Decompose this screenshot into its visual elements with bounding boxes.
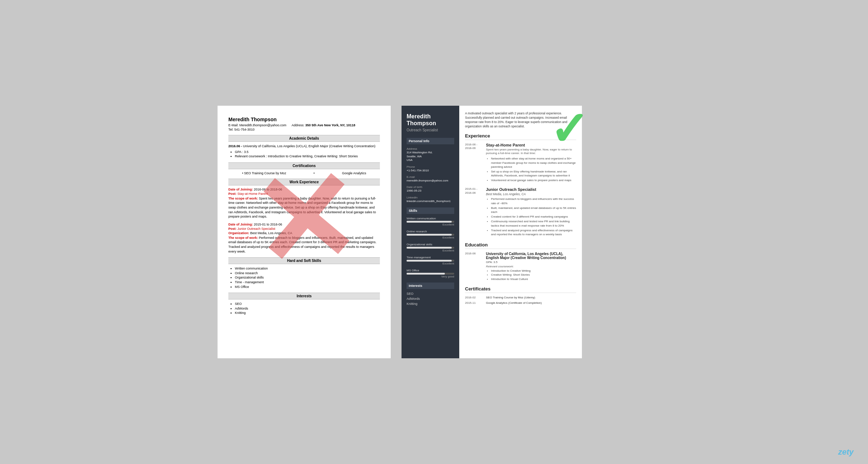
skills-header: Hard and Soft Skills: [228, 257, 380, 264]
skill-1: Written communication: [235, 266, 380, 271]
interest-3: Knitting: [235, 311, 380, 315]
edu-gpa: GPA : 3.5: [235, 150, 380, 154]
academic-header: Academic Details: [228, 135, 380, 142]
interest-2: AdWords: [235, 306, 380, 311]
resume-bad: ✕ Meredith Thompson E-Mail: Meredith.tho…: [218, 106, 391, 358]
exp1-dates: 2016-06 - 2018-06: [465, 143, 483, 183]
cert-bullet: •: [314, 171, 315, 175]
address-label: Address:: [291, 123, 304, 127]
interests-title: Interests: [407, 283, 454, 289]
course-3: Introduction to Visual Culture: [491, 277, 576, 281]
exp1-bullet-2: Set up a shop on Etsy offering handmade …: [491, 170, 576, 178]
dob-value: 1990-05-23: [407, 189, 454, 193]
exp1-desc: Spent two years parenting a baby daughte…: [486, 148, 576, 156]
dob-label: Date of birth: [407, 185, 454, 189]
interest-1: SEO: [235, 302, 380, 306]
sidebar-title: Outreach Specialist: [407, 128, 454, 132]
cert1-name: SEO Training Course by Moz (Udemy): [486, 296, 535, 299]
skill-3: Organizational skills: [235, 275, 380, 280]
tel-label: Tel:: [228, 128, 233, 131]
education-section: Education 2016-06 University of Californ…: [465, 242, 576, 281]
certificates-section: Certificates 2016-02 SEO Training Course…: [465, 286, 576, 305]
exp1-body: Stay-at-Home Parent Spent two years pare…: [486, 143, 576, 183]
main-container: ✕ Meredith Thompson E-Mail: Meredith.tho…: [218, 106, 650, 358]
work2-date: Date of Joining: 2015-01 to 2016-06: [228, 223, 380, 226]
edu1-coursework-label: Relevant coursework:: [486, 265, 576, 268]
skills-title: Skills: [407, 207, 454, 214]
edu1-title: University of California, Los Angeles (U…: [486, 252, 576, 260]
address-label: Address: [407, 147, 454, 150]
exp2-bullet-4: Continuously researched and tested new P…: [491, 219, 576, 227]
personal-info-title: Personal Info: [407, 138, 454, 144]
edu1-body: University of California, Los Angeles (U…: [486, 252, 576, 281]
email-value: Meredith.thompson@yahoo.com: [240, 123, 286, 127]
education-title: Education: [465, 242, 576, 249]
work-header: Work Experience: [228, 179, 380, 185]
exp-entry-1: 2016-06 - 2018-06 Stay-at-Home Parent Sp…: [465, 143, 576, 183]
skill-row-1: Written communication Excellent: [407, 217, 454, 226]
left-name: Meredith Thompson: [228, 117, 380, 122]
exp1-bullet-1: Networked with other stay-at-home moms a…: [491, 157, 576, 169]
work-entry-2: Date of Joining: 2015-01 to 2016-06 Post…: [228, 223, 380, 254]
resume-good: ✓ Meredith Thompson Outreach Specialist …: [402, 106, 582, 358]
interests-header: Interests: [228, 293, 380, 299]
sidebar: Meredith Thompson Outreach Specialist Pe…: [402, 106, 459, 358]
email-label: E-Mail:: [228, 123, 238, 127]
skill-row-4: Time-management Excellent: [407, 256, 454, 265]
linkedin-label: LinkedIn: [407, 196, 454, 199]
work2-post: Post: Junior Outreach Specialist: [228, 227, 380, 231]
interest-knitting: Knitting: [407, 302, 454, 306]
course-2: Creative Writing: Short Stories: [491, 273, 576, 277]
edu1-date: 2016-06: [465, 252, 483, 281]
course-1: Introduction to Creative Writing: [491, 269, 576, 273]
work2-scope: The scope of work: Performed outreach to…: [228, 236, 380, 254]
edu-entry-1: 2016-06 University of California, Los An…: [465, 252, 576, 281]
skill-row-5: MS Office Very good: [407, 269, 454, 278]
exp2-bullet-5: Tracked and analyzed progress and effect…: [491, 228, 576, 236]
work1-scope: The scope of work: Spent two years paren…: [228, 196, 380, 219]
address-value: 350 5th Ave New York, NY, 10118: [305, 123, 355, 127]
left-contact: E-Mail: Meredith.thompson@yahoo.com Addr…: [228, 123, 380, 127]
email-label: E-mail: [407, 175, 454, 179]
exp2-dates: 2015-01 - 2016-06: [465, 187, 483, 237]
skills-list: Written communication Online research Or…: [235, 266, 380, 289]
exp2-bullet-1: Performed outreach to bloggers and influ…: [491, 197, 576, 205]
exp2-title: Junior Outreach Specialist: [486, 187, 576, 192]
experience-section: Experience 2016-06 - 2018-06 Stay-at-Hom…: [465, 133, 576, 237]
exp2-bullet-3: Created content for 3 different PR and m…: [491, 215, 576, 219]
interest-seo: SEO: [407, 292, 454, 296]
cert1-date: 2016-02: [465, 296, 483, 299]
experience-title: Experience: [465, 133, 576, 140]
certificates-title: Certificates: [465, 286, 576, 293]
sidebar-name: Meredith Thompson: [407, 113, 454, 127]
cert2-date: 2015-11: [465, 301, 483, 305]
interests-list: SEO AdWords Knitting: [235, 302, 380, 315]
work-entry-1: Date of Joining: 2016-06 to 2018-06 Post…: [228, 188, 380, 219]
tel-value: 541-754-3010: [234, 128, 255, 131]
exp2-company: Best Media, Los Angeles, CA: [486, 192, 576, 196]
certs-row: • SEO Training Course by Moz • Google An…: [228, 171, 380, 175]
exp2-bullets: Performed outreach to bloggers and influ…: [491, 197, 576, 236]
exp1-title: Stay-at-Home Parent: [486, 143, 576, 147]
skill-row-3: Organizational skills Excellent: [407, 243, 454, 252]
edu1-gpa: GPA: 3.5: [486, 261, 576, 264]
cert-entry-1: 2016-02 SEO Training Course by Moz (Udem…: [465, 296, 576, 299]
main-content: A motivated outreach specialist with 2 y…: [459, 106, 582, 358]
cert2-name: Google Analytics (Certificate of Complet…: [486, 301, 542, 305]
skill-4: Time - management: [235, 280, 380, 285]
exp1-bullet-3: Volunteered at local garage sales to pre…: [491, 178, 576, 182]
exp-entry-2: 2015-01 - 2016-06 Junior Outreach Specia…: [465, 187, 576, 237]
work1-post: Post: Stay-at-Home Parent: [228, 192, 380, 196]
exp2-body: Junior Outreach Specialist Best Media, L…: [486, 187, 576, 237]
certs-header: Certifications: [228, 162, 380, 169]
edu-coursework: Relevant coursework : Introduction to Cr…: [235, 154, 380, 159]
exp1-bullets: Networked with other stay-at-home moms a…: [491, 157, 576, 182]
phone-value: +1-541-754-3010: [407, 169, 454, 172]
address-value: 314 Washington Rd. Seattle, WA USA: [407, 151, 454, 162]
skill-row-2: Online research Excellent: [407, 230, 454, 239]
linkedin-value: linkedin.com/meredith_thomphon1: [407, 200, 454, 203]
edu1-coursework: Introduction to Creative Writing Creativ…: [491, 269, 576, 281]
edu-date: 2016.06 - University of California, Los …: [228, 144, 380, 149]
email-value: meredith.thompson@yahoo.com: [407, 179, 454, 183]
work1-date: Date of Joining: 2016-06 to 2018-06: [228, 188, 380, 191]
